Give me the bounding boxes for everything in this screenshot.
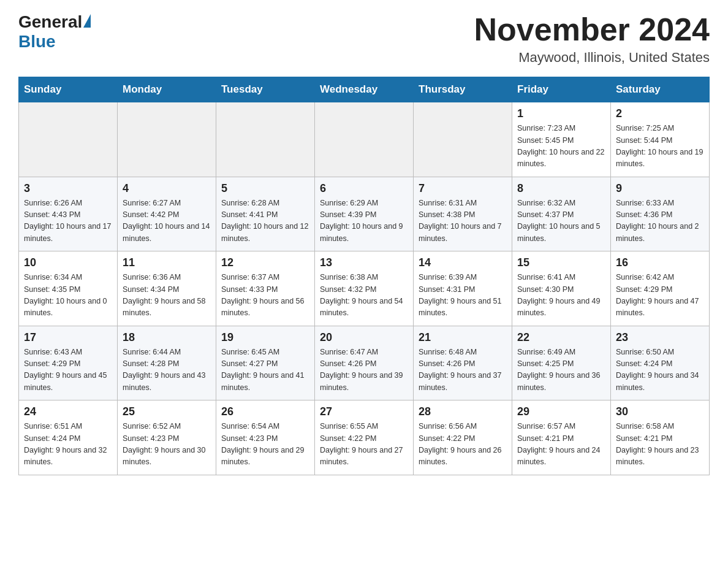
calendar-cell: 12Sunrise: 6:37 AMSunset: 4:33 PMDayligh… xyxy=(216,251,315,326)
day-info: Sunrise: 6:41 AMSunset: 4:30 PMDaylight:… xyxy=(517,272,605,320)
day-info: Sunrise: 6:33 AMSunset: 4:36 PMDaylight:… xyxy=(616,197,704,245)
calendar-cell: 8Sunrise: 6:32 AMSunset: 4:37 PMDaylight… xyxy=(512,177,611,251)
calendar-cell: 30Sunrise: 6:58 AMSunset: 4:21 PMDayligh… xyxy=(611,400,710,475)
calendar-cell xyxy=(414,102,512,177)
weekday-header-friday: Friday xyxy=(512,77,611,102)
day-info: Sunrise: 7:23 AMSunset: 5:45 PMDaylight:… xyxy=(517,123,605,170)
day-info: Sunrise: 6:51 AMSunset: 4:24 PMDaylight:… xyxy=(24,421,112,469)
day-number: 16 xyxy=(616,256,704,269)
weekday-header-wednesday: Wednesday xyxy=(315,77,414,102)
day-info: Sunrise: 7:25 AMSunset: 5:44 PMDaylight:… xyxy=(616,123,704,170)
day-info: Sunrise: 6:43 AMSunset: 4:29 PMDaylight:… xyxy=(24,347,112,394)
day-info: Sunrise: 6:48 AMSunset: 4:26 PMDaylight:… xyxy=(419,347,507,394)
day-number: 24 xyxy=(24,405,112,418)
calendar-cell: 26Sunrise: 6:54 AMSunset: 4:23 PMDayligh… xyxy=(216,400,315,475)
day-number: 19 xyxy=(221,331,309,344)
day-number: 9 xyxy=(616,182,704,195)
month-title: November 2024 xyxy=(474,12,710,47)
calendar-cell: 13Sunrise: 6:38 AMSunset: 4:32 PMDayligh… xyxy=(315,251,414,326)
day-number: 12 xyxy=(221,256,309,269)
weekday-header-thursday: Thursday xyxy=(414,77,512,102)
calendar-cell: 1Sunrise: 7:23 AMSunset: 5:45 PMDaylight… xyxy=(512,102,611,177)
calendar-cell: 22Sunrise: 6:49 AMSunset: 4:25 PMDayligh… xyxy=(512,326,611,400)
day-info: Sunrise: 6:31 AMSunset: 4:38 PMDaylight:… xyxy=(419,197,507,245)
day-info: Sunrise: 6:45 AMSunset: 4:27 PMDaylight:… xyxy=(221,347,309,394)
calendar-cell: 17Sunrise: 6:43 AMSunset: 4:29 PMDayligh… xyxy=(19,326,118,400)
day-info: Sunrise: 6:56 AMSunset: 4:22 PMDaylight:… xyxy=(419,421,507,469)
calendar-cell: 14Sunrise: 6:39 AMSunset: 4:31 PMDayligh… xyxy=(414,251,512,326)
calendar-cell: 4Sunrise: 6:27 AMSunset: 4:42 PMDaylight… xyxy=(118,177,216,251)
day-number: 15 xyxy=(517,256,605,269)
calendar-cell xyxy=(118,102,216,177)
day-number: 7 xyxy=(419,182,507,195)
day-number: 14 xyxy=(419,256,507,269)
location-title: Maywood, Illinois, United States xyxy=(474,50,710,66)
day-number: 25 xyxy=(123,405,211,418)
calendar-week-row: 17Sunrise: 6:43 AMSunset: 4:29 PMDayligh… xyxy=(19,326,710,400)
day-number: 23 xyxy=(616,331,704,344)
calendar-cell xyxy=(315,102,414,177)
calendar-cell: 7Sunrise: 6:31 AMSunset: 4:38 PMDaylight… xyxy=(414,177,512,251)
calendar-table: SundayMondayTuesdayWednesdayThursdayFrid… xyxy=(18,77,710,475)
calendar-cell: 15Sunrise: 6:41 AMSunset: 4:30 PMDayligh… xyxy=(512,251,611,326)
day-info: Sunrise: 6:58 AMSunset: 4:21 PMDaylight:… xyxy=(616,421,704,469)
logo: General Blue xyxy=(18,12,91,52)
day-number: 29 xyxy=(517,405,605,418)
day-number: 8 xyxy=(517,182,605,195)
day-info: Sunrise: 6:34 AMSunset: 4:35 PMDaylight:… xyxy=(24,272,112,320)
calendar-cell xyxy=(19,102,118,177)
calendar-cell: 16Sunrise: 6:42 AMSunset: 4:29 PMDayligh… xyxy=(611,251,710,326)
day-info: Sunrise: 6:28 AMSunset: 4:41 PMDaylight:… xyxy=(221,197,309,245)
calendar-cell xyxy=(216,102,315,177)
calendar-week-row: 10Sunrise: 6:34 AMSunset: 4:35 PMDayligh… xyxy=(19,251,710,326)
calendar-cell: 19Sunrise: 6:45 AMSunset: 4:27 PMDayligh… xyxy=(216,326,315,400)
day-info: Sunrise: 6:44 AMSunset: 4:28 PMDaylight:… xyxy=(123,347,211,394)
day-info: Sunrise: 6:26 AMSunset: 4:43 PMDaylight:… xyxy=(24,197,112,245)
calendar-cell: 28Sunrise: 6:56 AMSunset: 4:22 PMDayligh… xyxy=(414,400,512,475)
day-info: Sunrise: 6:55 AMSunset: 4:22 PMDaylight:… xyxy=(320,421,408,469)
day-info: Sunrise: 6:36 AMSunset: 4:34 PMDaylight:… xyxy=(123,272,211,320)
calendar-cell: 10Sunrise: 6:34 AMSunset: 4:35 PMDayligh… xyxy=(19,251,118,326)
day-info: Sunrise: 6:29 AMSunset: 4:39 PMDaylight:… xyxy=(320,197,408,245)
calendar-cell: 2Sunrise: 7:25 AMSunset: 5:44 PMDaylight… xyxy=(611,102,710,177)
day-number: 10 xyxy=(24,256,112,269)
day-number: 18 xyxy=(123,331,211,344)
calendar-week-row: 1Sunrise: 7:23 AMSunset: 5:45 PMDaylight… xyxy=(19,102,710,177)
calendar-cell: 20Sunrise: 6:47 AMSunset: 4:26 PMDayligh… xyxy=(315,326,414,400)
day-number: 22 xyxy=(517,331,605,344)
day-info: Sunrise: 6:54 AMSunset: 4:23 PMDaylight:… xyxy=(221,421,309,469)
logo-general-text: General xyxy=(18,12,82,32)
calendar-cell: 21Sunrise: 6:48 AMSunset: 4:26 PMDayligh… xyxy=(414,326,512,400)
calendar-cell: 6Sunrise: 6:29 AMSunset: 4:39 PMDaylight… xyxy=(315,177,414,251)
day-number: 30 xyxy=(616,405,704,418)
calendar-cell: 9Sunrise: 6:33 AMSunset: 4:36 PMDaylight… xyxy=(611,177,710,251)
day-number: 3 xyxy=(24,182,112,195)
day-info: Sunrise: 6:39 AMSunset: 4:31 PMDaylight:… xyxy=(419,272,507,320)
day-number: 1 xyxy=(517,107,605,120)
calendar-cell: 3Sunrise: 6:26 AMSunset: 4:43 PMDaylight… xyxy=(19,177,118,251)
calendar-cell: 24Sunrise: 6:51 AMSunset: 4:24 PMDayligh… xyxy=(19,400,118,475)
logo-triangle-icon xyxy=(83,14,91,28)
day-number: 13 xyxy=(320,256,408,269)
calendar-cell: 25Sunrise: 6:52 AMSunset: 4:23 PMDayligh… xyxy=(118,400,216,475)
calendar-cell: 5Sunrise: 6:28 AMSunset: 4:41 PMDaylight… xyxy=(216,177,315,251)
day-number: 26 xyxy=(221,405,309,418)
day-info: Sunrise: 6:32 AMSunset: 4:37 PMDaylight:… xyxy=(517,197,605,245)
weekday-header-monday: Monday xyxy=(118,77,216,102)
logo-blue-text: Blue xyxy=(18,32,56,52)
day-info: Sunrise: 6:49 AMSunset: 4:25 PMDaylight:… xyxy=(517,347,605,394)
day-number: 2 xyxy=(616,107,704,120)
calendar-header-row: SundayMondayTuesdayWednesdayThursdayFrid… xyxy=(19,77,710,102)
day-number: 20 xyxy=(320,331,408,344)
weekday-header-saturday: Saturday xyxy=(611,77,710,102)
day-info: Sunrise: 6:38 AMSunset: 4:32 PMDaylight:… xyxy=(320,272,408,320)
calendar-cell: 18Sunrise: 6:44 AMSunset: 4:28 PMDayligh… xyxy=(118,326,216,400)
day-number: 11 xyxy=(123,256,211,269)
page-header: General Blue November 2024 Maywood, Illi… xyxy=(18,12,710,66)
day-info: Sunrise: 6:37 AMSunset: 4:33 PMDaylight:… xyxy=(221,272,309,320)
day-info: Sunrise: 6:42 AMSunset: 4:29 PMDaylight:… xyxy=(616,272,704,320)
calendar-cell: 23Sunrise: 6:50 AMSunset: 4:24 PMDayligh… xyxy=(611,326,710,400)
day-number: 17 xyxy=(24,331,112,344)
weekday-header-tuesday: Tuesday xyxy=(216,77,315,102)
calendar-week-row: 24Sunrise: 6:51 AMSunset: 4:24 PMDayligh… xyxy=(19,400,710,475)
